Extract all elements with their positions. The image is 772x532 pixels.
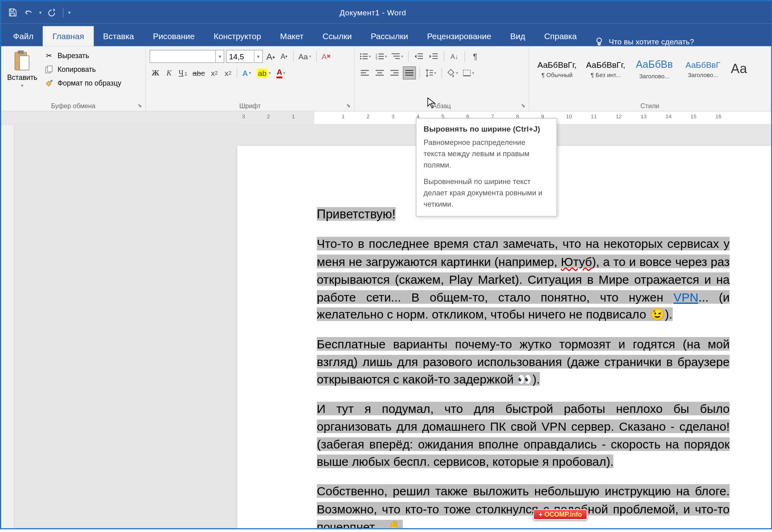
tab-design[interactable]: Конструктор [204,26,270,46]
style-normal[interactable]: АаБбВвГг,¶ Обычный [533,50,582,88]
superscript-button[interactable]: x2 [222,67,234,80]
svg-rect-43 [463,75,471,76]
doc-paragraph-4: И тут я подумал, что для быстрой работы … [317,402,730,468]
svg-text:3: 3 [376,57,377,60]
decrease-indent-button[interactable] [412,50,425,63]
group-label-styles: Стили [533,100,767,111]
svg-rect-32 [376,75,384,75]
font-launcher[interactable]: ⬊ [345,101,353,110]
svg-rect-31 [377,72,382,73]
justify-button[interactable] [403,67,416,80]
horizontal-ruler[interactable]: 32112345678910111213141516 [1,111,771,124]
doc-paragraph-2: Что-то в последнее время стал замечать, … [317,235,730,323]
svg-point-6 [360,53,362,55]
style-heading2[interactable]: АаБбВвГЗаголово... [679,50,728,88]
mouse-cursor-icon [427,97,437,109]
font-size-dropdown[interactable]: ▾ [255,50,263,63]
vpn-link[interactable]: VPN [674,290,699,304]
quick-access-toolbar: ▾ ▾ [1,6,75,19]
sort-button[interactable]: A↓ [448,50,461,63]
svg-rect-19 [393,56,400,57]
bold-button[interactable]: Ж [149,67,161,80]
show-marks-button[interactable]: ¶ [469,50,481,63]
grow-font-button[interactable]: A▴ [265,50,276,63]
svg-rect-17 [379,59,384,59]
justify-tooltip: Выровнять по ширине (Ctrl+J) Равномерное… [416,118,557,216]
svg-rect-13 [379,54,384,54]
align-center-button[interactable] [373,67,386,80]
style-heading1[interactable]: АаБбВвЗаголово... [630,50,679,88]
clipboard-launcher[interactable]: ⬊ [136,101,144,110]
change-case-button[interactable]: Aa [297,50,313,63]
shading-button[interactable] [446,67,460,80]
svg-rect-21 [418,53,423,54]
svg-rect-40 [429,72,433,73]
title-bar: ▾ ▾ Документ1 - Word [1,1,771,24]
tab-file[interactable]: Файл [4,26,43,46]
font-color-button[interactable]: A [275,67,287,80]
format-painter-button[interactable]: Формат по образцу [42,77,123,89]
svg-rect-26 [433,58,438,59]
copy-button[interactable]: Копировать [42,63,123,75]
tell-me-search[interactable]: Что вы хотите сделать? [586,37,703,46]
svg-point-8 [360,56,362,57]
bullets-button[interactable] [358,50,372,63]
svg-rect-23 [418,58,423,59]
tab-draw[interactable]: Рисование [143,26,204,46]
svg-rect-20 [395,58,400,59]
styles-gallery[interactable]: АаБбВвГг,¶ Обычный АаБбВвГг,¶ Без инт...… [533,49,767,88]
undo-icon[interactable] [23,6,36,19]
tab-home[interactable]: Главная [43,26,93,46]
cut-button[interactable]: ✂ Вырезать [42,50,123,61]
paste-button[interactable]: Вставить ▾ [5,49,40,90]
line-spacing-button[interactable] [424,67,438,80]
underline-button[interactable]: Ч [177,67,189,80]
vertical-ruler[interactable] [1,125,14,528]
svg-rect-42 [463,70,471,76]
highlight-button[interactable]: ab [255,67,273,80]
tab-view[interactable]: Вид [501,26,535,46]
strikethrough-button[interactable]: abc [191,67,207,80]
svg-rect-37 [405,72,414,73]
font-size-combo[interactable]: 14,5 [226,50,255,63]
tab-layout[interactable]: Макет [270,26,313,46]
paintbrush-icon [44,78,54,88]
tooltip-body-1: Равномерное распределение текста между л… [424,137,550,171]
font-name-dropdown[interactable]: ▾ [216,50,224,63]
svg-rect-33 [390,70,399,71]
shrink-font-button[interactable]: A▾ [278,50,290,63]
svg-rect-11 [362,59,368,59]
svg-rect-9 [362,56,368,57]
font-name-combo[interactable] [149,50,216,63]
redo-icon[interactable] [45,6,58,19]
increase-indent-button[interactable] [427,50,440,63]
group-label-clipboard: Буфер обмена [5,100,142,111]
doc-paragraph-3: Бесплатные варианты почему-то жутко торм… [317,337,730,386]
tab-help[interactable]: Справка [535,26,586,46]
group-paragraph: 123 A↓ ¶ [355,46,529,111]
tab-mailings[interactable]: Рассылки [361,26,417,46]
style-title[interactable]: Аа [727,50,751,88]
align-right-button[interactable] [388,67,401,80]
tab-references[interactable]: Ссылки [313,26,362,46]
clear-formatting-button[interactable]: A✖ [320,50,333,63]
ribbon-tabs: Файл Главная Вставка Рисование Конструкт… [1,24,771,46]
ribbon: Вставить ▾ ✂ Вырезать Копировать [1,46,771,112]
copy-icon [44,65,54,74]
save-icon[interactable] [6,6,19,19]
tab-insert[interactable]: Вставка [94,26,144,46]
text-effects-button[interactable]: A [241,67,253,80]
paragraph-launcher[interactable]: ⬊ [519,101,527,110]
align-left-button[interactable] [358,67,371,80]
svg-rect-15 [379,56,384,57]
italic-button[interactable]: К [163,67,175,80]
numbering-button[interactable]: 123 [374,50,389,63]
borders-button[interactable] [462,67,476,80]
svg-rect-36 [405,70,414,71]
style-no-spacing[interactable]: АаБбВвГг,¶ Без инт... [582,50,630,88]
doc-paragraph-5: Собственно, решил также выложить небольш… [317,484,730,528]
subscript-button[interactable]: x2 [209,67,220,80]
group-font: ▾ 14,5 ▾ A▴ A▾ Aa A✖ Ж К Ч [146,46,355,111]
tab-review[interactable]: Рецензирование [418,26,501,46]
multilevel-list-button[interactable] [390,50,404,63]
